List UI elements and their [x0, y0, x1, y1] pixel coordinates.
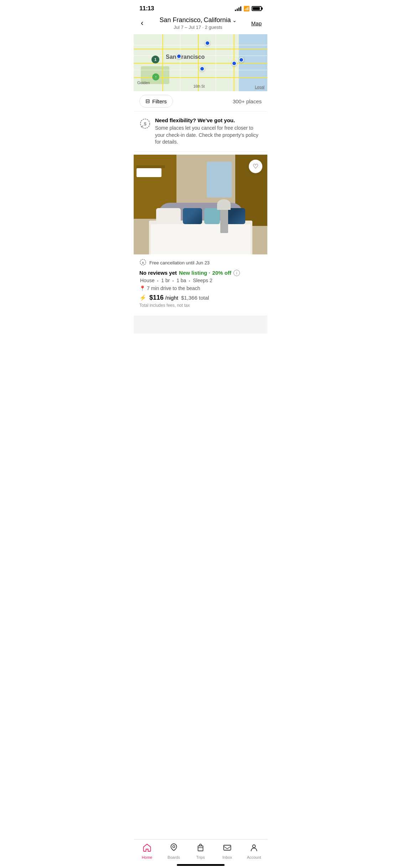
- flexibility-banner: $ Need flexibility? We've got you. Some …: [134, 111, 267, 152]
- status-icons: 📶: [235, 6, 262, 11]
- city-label: San Francisco,: [160, 16, 202, 24]
- places-count-label: 300+ places: [233, 98, 262, 104]
- listing-card[interactable]: ♡ $ Free cancellation until Jun 23 No re…: [134, 155, 267, 316]
- map-pin-1[interactable]: [205, 41, 210, 46]
- info-icon[interactable]: i: [233, 270, 240, 276]
- header: ‹ San Francisco, California ⌄ Jul 7 – Ju…: [134, 15, 267, 34]
- per-night-label: /night: [164, 295, 178, 301]
- discount-label: 20% off: [212, 270, 231, 276]
- map-pin-3[interactable]: [232, 61, 237, 66]
- map-pin-4[interactable]: [239, 57, 244, 62]
- dates-guests-label: Jul 7 – Jul 17 · 2 guests: [145, 25, 251, 30]
- sleeps-count: Sleeps 2: [193, 278, 212, 283]
- cancellation-text: Free cancellation until Jun 23: [149, 260, 210, 265]
- price-row: ⚡ $116 /night $1,366 total: [139, 294, 262, 301]
- cancellation-row: $ Free cancellation until Jun 23: [139, 259, 262, 267]
- state-label: California: [204, 16, 231, 24]
- property-type: House: [140, 278, 154, 283]
- lightning-icon: ⚡: [139, 294, 146, 301]
- map-button[interactable]: Map: [251, 20, 262, 26]
- price-per-night: $116 /night: [149, 294, 178, 301]
- wishlist-button[interactable]: ♡: [249, 160, 262, 173]
- bathroom-count: 1 ba: [176, 278, 186, 283]
- filters-bar: ⊟ Filters 300+ places: [134, 91, 267, 111]
- filters-icon: ⊟: [145, 98, 150, 104]
- flexibility-description: Some places let you cancel for free clos…: [155, 125, 262, 146]
- wifi-icon: 📶: [243, 6, 250, 11]
- next-card-preview: [134, 316, 267, 334]
- new-listing-badge: New listing ·: [179, 270, 210, 276]
- filters-button[interactable]: ⊟ Filters: [139, 95, 173, 108]
- map-highway-badge: 1: [151, 56, 159, 63]
- chevron-down-icon: ⌄: [232, 17, 237, 23]
- map-pin-5[interactable]: [200, 66, 205, 71]
- map-area[interactable]: 1 San Francisco 16th St Legal ↑ Golden: [134, 34, 267, 91]
- flexibility-text: Need flexibility? We've got you. Some pl…: [155, 117, 262, 146]
- price-note: Total includes fees, not tax: [139, 303, 262, 308]
- location-row: 📍 7 min drive to the beach: [139, 285, 262, 291]
- map-legal-link[interactable]: Legal: [255, 85, 264, 89]
- reviews-row: No reviews yet New listing · 20% off i: [139, 270, 262, 276]
- location-selector[interactable]: San Francisco, California ⌄: [145, 16, 251, 24]
- location-distance: 7 min drive to the beach: [147, 285, 200, 291]
- svg-text:$: $: [144, 121, 146, 126]
- flexibility-title: Need flexibility? We've got you.: [155, 117, 262, 123]
- no-reviews-label: No reviews yet: [139, 270, 177, 276]
- map-background: 1 San Francisco 16th St Legal ↑ Golden: [134, 34, 267, 91]
- battery-icon: [252, 6, 262, 11]
- bedroom-count: 1 br: [161, 278, 170, 283]
- filters-label: Filters: [152, 98, 167, 104]
- listing-details: House 1 br 1 ba Sleeps 2: [139, 278, 262, 283]
- map-pin-2[interactable]: [176, 54, 181, 59]
- back-button[interactable]: ‹: [139, 17, 145, 29]
- header-center: San Francisco, California ⌄ Jul 7 – Jul …: [145, 16, 251, 30]
- listing-info: $ Free cancellation until Jun 23 No revi…: [134, 254, 267, 316]
- map-city-label: San Francisco: [166, 54, 205, 60]
- status-time: 11:13: [139, 5, 154, 12]
- road-label: 16th St: [194, 84, 205, 88]
- free-cancellation-icon: $: [139, 259, 146, 267]
- status-bar: 11:13 📶: [134, 0, 267, 15]
- cancellation-icon: $: [139, 118, 151, 132]
- map-golden-label: Golden: [137, 81, 150, 85]
- listing-image[interactable]: ♡: [134, 155, 267, 254]
- location-pin-icon: 📍: [139, 285, 145, 291]
- signal-bars-icon: [235, 6, 241, 11]
- map-navigation-icon: ↑: [152, 73, 159, 81]
- bedroom-scene: [134, 155, 267, 254]
- price-total: $1,366 total: [181, 295, 209, 301]
- svg-text:$: $: [142, 261, 144, 264]
